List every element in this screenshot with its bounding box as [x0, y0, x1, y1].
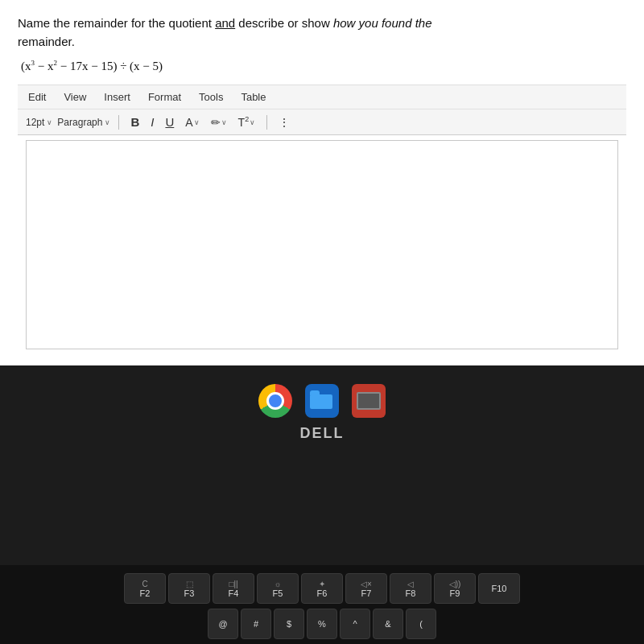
dell-logo: DELL	[300, 425, 345, 442]
superscript-chevron: ∨	[250, 118, 255, 126]
key-paren[interactable]: (	[406, 609, 436, 639]
more-options-button[interactable]: ⋮	[275, 114, 293, 130]
files-dock-icon[interactable]	[304, 383, 340, 419]
key-percent-label: %	[318, 619, 326, 629]
key-caret[interactable]: ^	[340, 609, 370, 639]
monitor-dock-icon[interactable]	[351, 383, 386, 419]
superscript-label: T2	[238, 115, 250, 129]
key-f2-main: F2	[140, 588, 151, 598]
key-dollar[interactable]: $	[274, 609, 304, 639]
key-ampersand[interactable]: &	[373, 609, 403, 639]
menu-format[interactable]: Format	[146, 89, 184, 105]
menu-insert[interactable]: Insert	[101, 89, 133, 105]
paragraph-style-dropdown[interactable]: Paragraph ∨	[57, 117, 110, 128]
key-f3[interactable]: ⬚ F3	[168, 573, 210, 604]
highlight-chevron: ∨	[221, 118, 227, 126]
menu-table[interactable]: Table	[238, 89, 268, 105]
underline-and: and	[215, 16, 235, 30]
symbol-key-row: @ # $ % ^ & (	[208, 609, 436, 639]
bold-button[interactable]: B	[127, 114, 142, 130]
key-f9[interactable]: ◁)) F9	[434, 573, 476, 604]
text-editor[interactable]	[26, 140, 618, 349]
key-f7-main: F7	[361, 588, 372, 598]
key-f5[interactable]: ☼ F5	[257, 573, 299, 604]
question-line2: remainder.	[18, 35, 75, 48]
toolbar-divider-1	[118, 115, 119, 130]
menu-tools[interactable]: Tools	[196, 89, 225, 105]
key-f2[interactable]: C F2	[124, 573, 166, 604]
key-f3-top: ⬚	[186, 580, 193, 588]
function-key-row: C F2 ⬚ F3 □|| F4 ☼ F5 ✦ F6 ◁× F7	[124, 573, 520, 604]
key-f7[interactable]: ◁× F7	[345, 573, 387, 604]
menu-bar: Edit View Insert Format Tools Table	[18, 85, 626, 109]
dock	[258, 383, 386, 419]
document-area: Name the remainder for the quotient and …	[0, 0, 644, 365]
key-f6[interactable]: ✦ F6	[301, 573, 343, 604]
key-at-label: @	[218, 619, 227, 629]
highlight-button[interactable]: ✏ ∨	[208, 114, 230, 130]
keyboard-area: C F2 ⬚ F3 □|| F4 ☼ F5 ✦ F6 ◁× F7	[0, 565, 644, 644]
key-f6-main: F6	[317, 588, 328, 598]
key-f8-top: ◁	[407, 580, 414, 588]
key-ampersand-label: &	[385, 619, 390, 629]
key-dollar-label: $	[287, 619, 291, 629]
font-size-value: 12pt	[26, 117, 44, 128]
key-f10-main: F10	[492, 584, 507, 593]
font-color-button[interactable]: A ∨	[182, 114, 202, 130]
chrome-dock-icon[interactable]	[258, 383, 293, 419]
key-caret-label: ^	[353, 619, 357, 629]
key-f2-top: C	[142, 580, 147, 588]
key-f4[interactable]: □|| F4	[213, 573, 254, 604]
chrome-icon	[258, 384, 292, 418]
folder-icon	[305, 384, 339, 418]
key-f3-main: F3	[184, 588, 195, 598]
toolbar-container: Edit View Insert Format Tools Table 12pt…	[18, 85, 626, 135]
key-f4-main: F4	[229, 588, 239, 598]
key-f6-top: ✦	[319, 580, 325, 588]
menu-view[interactable]: View	[61, 89, 89, 105]
key-f5-main: F5	[273, 588, 283, 598]
key-hash[interactable]: #	[241, 609, 271, 639]
monitor-icon	[352, 384, 386, 418]
italic-text: how you found the	[333, 16, 432, 30]
key-f8-main: F8	[406, 588, 416, 598]
key-percent[interactable]: %	[307, 609, 337, 639]
font-size-chevron: ∨	[47, 118, 52, 126]
key-f10[interactable]: F10	[478, 573, 520, 604]
key-f7-top: ◁×	[361, 580, 372, 588]
format-toolbar: 12pt ∨ Paragraph ∨ B I U A ∨ ✏ ∨	[18, 109, 626, 135]
highlight-icon: ✏	[211, 116, 221, 129]
superscript-button[interactable]: T2 ∨	[235, 114, 259, 130]
key-paren-label: (	[419, 619, 423, 629]
key-f8[interactable]: ◁ F8	[390, 573, 431, 604]
key-f9-top: ◁))	[449, 580, 461, 588]
menu-edit[interactable]: Edit	[26, 89, 48, 105]
key-at[interactable]: @	[208, 609, 238, 639]
underline-button[interactable]: U	[162, 114, 177, 130]
question-text: Name the remainder for the quotient and …	[18, 14, 626, 51]
taskbar: DELL	[0, 365, 644, 565]
math-expression: (x3 − x2 − 17x − 15) ÷ (x − 5)	[18, 59, 626, 73]
italic-button[interactable]: I	[147, 114, 157, 130]
toolbar-divider-2	[266, 115, 267, 130]
font-color-chevron: ∨	[194, 118, 200, 126]
paragraph-chevron: ∨	[105, 118, 110, 126]
key-f9-main: F9	[450, 588, 460, 598]
key-f5-top: ☼	[274, 580, 281, 588]
key-f4-top: □||	[229, 580, 237, 588]
paragraph-style-value: Paragraph	[57, 117, 102, 128]
key-hash-label: #	[254, 619, 258, 629]
font-size-dropdown[interactable]: 12pt ∨	[26, 117, 52, 128]
font-color-label: A	[185, 116, 192, 129]
